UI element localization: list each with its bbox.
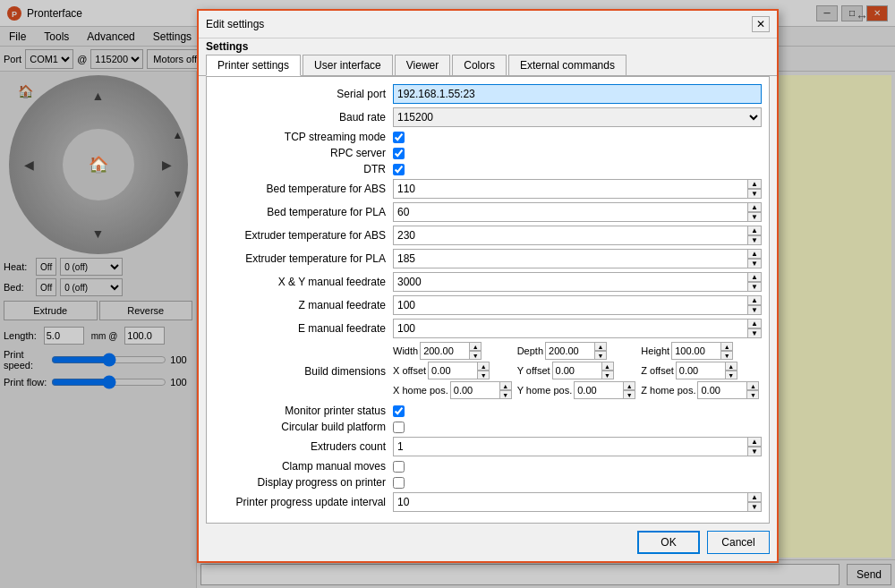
y-offset-spinner: ▲ ▼ <box>552 362 614 379</box>
dtr-row: DTR <box>214 163 762 175</box>
bed-temp-pla-down[interactable]: ▼ <box>747 212 762 222</box>
z-feedrate-down[interactable]: ▼ <box>747 305 762 315</box>
serial-port-label: Serial port <box>214 88 393 100</box>
z-home-down[interactable]: ▼ <box>746 390 759 399</box>
ext-temp-pla-down[interactable]: ▼ <box>747 259 762 268</box>
ok-button[interactable]: OK <box>637 531 700 554</box>
x-home-btns: ▲ ▼ <box>499 381 512 399</box>
dim-row-2: X offset ▲ ▼ Y offset <box>393 362 762 379</box>
y-offset-input[interactable] <box>552 362 601 379</box>
z-offset-up[interactable]: ▲ <box>725 362 737 371</box>
display-progress-label: Display progress on printer <box>214 476 393 489</box>
z-feedrate-spinner: ▲ ▼ <box>393 295 762 315</box>
tab-external-commands[interactable]: External commands <box>508 55 626 75</box>
rpc-server-checkbox[interactable] <box>393 148 405 159</box>
z-feedrate-input[interactable] <box>393 295 747 315</box>
display-progress-checkbox[interactable] <box>393 477 405 489</box>
z-offset-down[interactable]: ▼ <box>725 371 737 379</box>
circular-label: Circular build platform <box>214 421 393 433</box>
e-feedrate-down[interactable]: ▼ <box>747 328 762 338</box>
xy-feedrate-up[interactable]: ▲ <box>747 272 762 282</box>
tab-viewer[interactable]: Viewer <box>395 55 450 75</box>
y-home-down[interactable]: ▼ <box>623 390 635 399</box>
ext-temp-abs-input[interactable] <box>393 226 747 245</box>
baud-rate-select[interactable]: 115200 <box>393 107 762 127</box>
z-home-spinner: ▲ ▼ <box>697 381 759 399</box>
width-up[interactable]: ▲ <box>469 342 482 351</box>
x-home-up[interactable]: ▲ <box>499 381 512 390</box>
x-offset-input[interactable] <box>428 362 477 379</box>
y-offset-up[interactable]: ▲ <box>601 362 614 371</box>
display-progress-row: Display progress on printer <box>214 476 762 489</box>
x-home-down[interactable]: ▼ <box>499 390 512 399</box>
bed-temp-abs-down[interactable]: ▼ <box>747 189 762 199</box>
z-home-up[interactable]: ▲ <box>746 381 759 390</box>
extruders-input[interactable] <box>393 437 747 456</box>
dim-row-3: X home pos. ▲ ▼ Y home <box>393 381 762 399</box>
ext-temp-abs-down[interactable]: ▼ <box>747 235 762 245</box>
depth-input[interactable] <box>545 342 594 360</box>
tcp-streaming-checkbox[interactable] <box>393 132 405 143</box>
e-feedrate-up[interactable]: ▲ <box>747 319 762 328</box>
z-offset-input[interactable] <box>676 362 725 379</box>
y-plus-button[interactable]: ▲ <box>85 82 112 109</box>
x-plus-button[interactable]: ▶ <box>154 151 181 178</box>
center-home[interactable]: 🏠 <box>63 129 134 200</box>
width-down[interactable]: ▼ <box>469 351 482 360</box>
circular-row: Circular build platform <box>214 421 762 433</box>
depth-up[interactable]: ▲ <box>594 342 607 351</box>
x-offset-up[interactable]: ▲ <box>477 362 490 371</box>
e-feedrate-row: E manual feedrate ▲ ▼ <box>214 319 762 338</box>
e-feedrate-input[interactable] <box>393 319 747 338</box>
z-home-input[interactable] <box>697 381 746 399</box>
width-cell: Width ▲ ▼ <box>393 342 514 360</box>
dtr-checkbox[interactable] <box>393 164 405 175</box>
bed-temp-pla-input[interactable] <box>393 202 747 222</box>
bed-temp-abs-input[interactable] <box>393 179 747 199</box>
ext-temp-pla-input[interactable] <box>393 249 747 268</box>
y-offset-down[interactable]: ▼ <box>601 371 614 379</box>
xy-feedrate-btns: ▲ ▼ <box>747 272 762 292</box>
y-home-input[interactable] <box>574 381 623 399</box>
tab-printer-settings[interactable]: Printer settings <box>206 55 301 76</box>
xy-feedrate-input[interactable] <box>393 272 747 292</box>
x-home-input[interactable] <box>450 381 499 399</box>
tab-user-interface[interactable]: User interface <box>303 55 393 75</box>
cancel-button[interactable]: Cancel <box>707 531 770 554</box>
x-offset-cell: X offset ▲ ▼ <box>393 362 514 379</box>
x-offset-down[interactable]: ▼ <box>477 371 490 379</box>
height-up[interactable]: ▲ <box>720 342 733 351</box>
progress-interval-down[interactable]: ▼ <box>747 502 762 512</box>
progress-interval-label: Printer progress update interval <box>214 496 393 508</box>
z-feedrate-up[interactable]: ▲ <box>747 295 762 305</box>
dim-row-1: Width ▲ ▼ Depth <box>393 342 762 360</box>
extruders-up[interactable]: ▲ <box>747 437 762 447</box>
ext-temp-abs-up[interactable]: ▲ <box>747 226 762 235</box>
circular-checkbox[interactable] <box>393 422 405 433</box>
extruders-down[interactable]: ▼ <box>747 447 762 456</box>
width-input[interactable] <box>420 342 469 360</box>
serial-port-input[interactable] <box>393 84 762 104</box>
z-feedrate-row: Z manual feedrate ▲ ▼ <box>214 295 762 315</box>
monitor-checkbox[interactable] <box>393 405 405 417</box>
progress-interval-input[interactable] <box>393 492 747 512</box>
clamp-checkbox[interactable] <box>393 461 405 473</box>
ext-temp-pla-up[interactable]: ▲ <box>747 249 762 259</box>
y-home-up[interactable]: ▲ <box>623 381 635 390</box>
y-home-cell: Y home pos. ▲ ▼ <box>517 381 638 399</box>
xy-feedrate-down[interactable]: ▼ <box>747 282 762 292</box>
x-home-label: X home pos. <box>393 385 448 396</box>
bed-temp-pla-up[interactable]: ▲ <box>747 202 762 212</box>
progress-interval-up[interactable]: ▲ <box>747 492 762 502</box>
dialog-close-button[interactable]: ✕ <box>752 16 770 32</box>
height-input[interactable] <box>671 342 720 360</box>
y-minus-button[interactable]: ▼ <box>85 220 112 247</box>
ext-temp-pla-spinner: ▲ ▼ <box>393 249 762 268</box>
bed-temp-abs-up[interactable]: ▲ <box>747 179 762 189</box>
height-btns: ▲ ▼ <box>720 342 733 360</box>
x-minus-button[interactable]: ◀ <box>16 151 43 178</box>
build-dim-grid: Width ▲ ▼ Depth <box>393 342 762 401</box>
depth-down[interactable]: ▼ <box>594 351 607 360</box>
height-down[interactable]: ▼ <box>720 351 733 360</box>
tab-colors[interactable]: Colors <box>452 55 507 75</box>
